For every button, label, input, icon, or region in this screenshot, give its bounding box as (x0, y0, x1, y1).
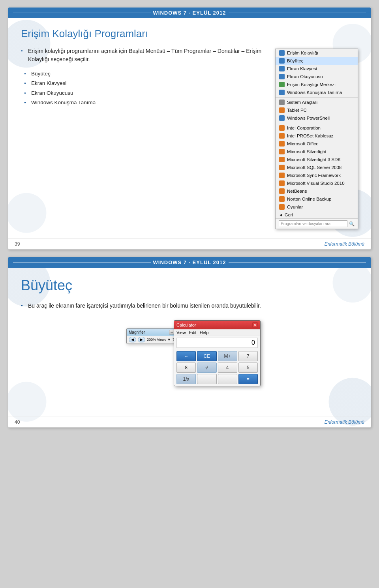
menu-item-label: Erişim Kolaylığı Merkezi (287, 82, 336, 87)
calc-btn-empty1[interactable] (197, 374, 216, 384)
menu-item-sistem: Sistem Araçları (276, 98, 358, 106)
calc-buttons: ← CE M+ 7 8 √ 4 5 1/x (174, 349, 260, 386)
slide-1-dept: Enformatik Bölümü (325, 241, 364, 247)
menu-item-ms-silver3: Microsoft Silverlight 3 SDK (276, 156, 358, 163)
menu-icon (279, 50, 285, 56)
menu-item-ms-office: Microsoft Office (276, 140, 358, 148)
calc-btn-7[interactable]: 7 (238, 351, 258, 361)
buyutec-icon (279, 58, 285, 64)
magnifier-title: Magnifier (129, 330, 145, 334)
slide-2: WINDOWS 7 - EYLÜL 2012 Büyüteç Bu araç i… (8, 257, 371, 428)
win-menu: Erişim Kolaylığı Büyüteç (275, 49, 358, 229)
minus-icon: ◀ (131, 338, 134, 342)
menu-item-label: Sistem Araçları (287, 100, 317, 105)
slide-2-header: WINDOWS 7 - EYLÜL 2012 (8, 257, 371, 268)
mag-plus-btn[interactable]: ▶ (138, 337, 145, 342)
menu-item-label: Intel Corporation (287, 126, 321, 130)
slide-1-title: Erişim Kolaylığı Programları (21, 28, 358, 40)
menu-item-ekran-kl: Ekran Klavyesi (276, 65, 358, 73)
menu-separator (276, 97, 358, 98)
menu-item-buyutec: Büyüteç (276, 57, 358, 65)
search-icon[interactable]: 🔍 (349, 221, 355, 227)
magnifier-zoom-label: 200% Views ▼ (147, 338, 171, 342)
sistem-icon (279, 99, 285, 105)
slide-1: WINDOWS 7 - EYLÜL 2012 Erişim Kolaylığı … (8, 7, 371, 250)
ekran-kl-icon (279, 66, 285, 72)
slide-2-title: Büyüteç (21, 277, 358, 294)
menu-item-label: Microsoft Visual Studio 2010 (287, 181, 345, 186)
menu-item-erisim-merkezi: Erişim Kolaylığı Merkezi (276, 81, 358, 88)
calc-btn-empty2[interactable] (218, 374, 237, 384)
calc-title: Calculator (176, 323, 196, 327)
calc-win: Calculator ✕ View Edit Help 0 ← (174, 320, 261, 386)
mag-minus-btn[interactable]: ◀ (129, 337, 136, 342)
calc-btn-mplus[interactable]: M+ (218, 351, 237, 361)
windows-menu-screenshot: Erişim Kolaylığı Büyüteç (275, 47, 358, 229)
ms-office-icon (279, 141, 285, 147)
slide-1-main-bullet: Erişim kolaylığı programlarını açmak içi… (21, 47, 267, 64)
ms-silver-icon (279, 148, 285, 155)
menu-item-label: Tablet PC (287, 108, 307, 113)
slide-1-sub-bullet-1: Ekran Klavyesi (24, 79, 267, 87)
calc-btn-4[interactable]: 4 (218, 363, 237, 373)
menu-item-label: Windows PowerShell (287, 116, 330, 120)
ms-sync-icon (279, 172, 285, 178)
tablet-icon (279, 107, 285, 113)
slide-1-sub-bullets: Büyüteç Ekran Klavyesi Ekran Okuyucusu W… (24, 70, 267, 107)
menu-search[interactable]: Programları ve dosyaları ara (279, 220, 347, 227)
calc-btn-8[interactable]: 8 (176, 363, 196, 373)
calc-btn-back[interactable]: ← (176, 351, 196, 361)
menu-item-intel: Intel Corporation (276, 124, 358, 132)
menu-item-label: Ekran Okuyucusu (287, 74, 323, 79)
menu-item-konusma: Windows Konuşma Tanıma (276, 88, 358, 96)
slide-2-bullets: Bu araç ile ekranın fare işaretçisi yard… (21, 302, 358, 310)
slide-1-main-bullets: Erişim kolaylığı programlarını açmak içi… (21, 47, 267, 64)
slide-1-number: 39 (15, 241, 20, 247)
calc-menu-help[interactable]: Help (200, 330, 209, 335)
slide-1-header-title: WINDOWS 7 - EYLÜL 2012 (153, 10, 226, 16)
menu-item-intel-pro: Intel PROSet Kablosuz (276, 132, 358, 140)
menu-item-label: Ekran Klavyesi (287, 66, 317, 71)
back-label: Geri (285, 212, 293, 217)
menu-item-label: Windows Konuşma Tanıma (287, 90, 342, 95)
erisim-merkezi-icon (279, 81, 285, 88)
menu-item-label: Intel PROSet Kablosuz (287, 133, 334, 138)
norton-icon (279, 196, 285, 202)
slide-1-footer: 39 Enformatik Bölümü (8, 239, 371, 249)
slide-2-number: 40 (15, 419, 20, 425)
menu-item-label: NetBeans (287, 189, 307, 193)
calc-btn-equals[interactable]: = (238, 374, 258, 384)
calc-titlebar: Calculator ✕ (174, 321, 260, 329)
menu-item-label: Microsoft Office (287, 141, 319, 146)
calc-btn-ce[interactable]: CE (197, 351, 216, 361)
calc-close-btn[interactable]: ✕ (252, 322, 258, 328)
menu-item-norton: Norton Online Backup (276, 195, 358, 203)
menu-item-label: Büyüteç (287, 58, 304, 63)
ps-icon (279, 115, 285, 121)
back-arrow-icon: ◄ (279, 212, 283, 217)
menu-item-tablet: Tablet PC (276, 106, 358, 114)
menu-item-ms-sync: Microsoft Sync Framework (276, 171, 358, 179)
calc-menu-view[interactable]: View (176, 330, 186, 335)
menu-item-netbeans: NetBeans (276, 187, 358, 195)
calc-menubar: View Edit Help (174, 329, 260, 336)
calc-btn-inv[interactable]: 1/x (176, 374, 196, 384)
intel-icon (279, 125, 285, 131)
menu-footer: Programları ve dosyaları ara 🔍 (276, 218, 358, 229)
calc-menu-edit[interactable]: Edit (189, 330, 197, 335)
menu-item-label: Microsoft Silverlight (287, 149, 326, 154)
ms-vs-icon (279, 180, 285, 186)
slide-2-header-title: WINDOWS 7 - EYLÜL 2012 (153, 259, 226, 265)
intel-pro-icon (279, 133, 285, 139)
menu-item-label: Microsoft Sync Framework (287, 173, 341, 178)
ms-sql-icon (279, 164, 285, 171)
menu-item-oyunlar: Oyunlar (276, 203, 358, 211)
calc-btn-sqrt[interactable]: √ (197, 363, 216, 373)
calc-btn-5[interactable]: 5 (238, 363, 258, 373)
menu-item-ms-vs: Microsoft Visual Studio 2010 (276, 179, 358, 187)
menu-separator-2 (276, 123, 358, 123)
slide-1-sub-bullet-0: Büyüteç (24, 70, 267, 78)
menu-item-powershell: Windows PowerShell (276, 114, 358, 122)
menu-item-ms-sql: Microsoft SQL Server 2008 (276, 163, 358, 171)
plus-icon: ▶ (140, 338, 143, 342)
